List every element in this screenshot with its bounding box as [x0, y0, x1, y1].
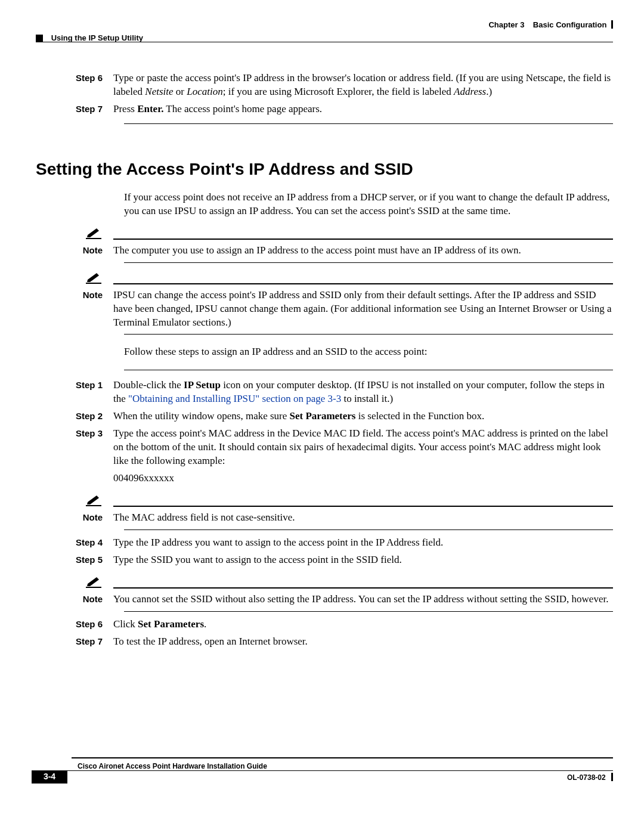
follow-text: Follow these steps to assign an IP addre… — [124, 345, 613, 359]
footer-mid-line — [67, 770, 613, 771]
step-body: Click Set Parameters. — [113, 618, 613, 631]
step-row: Step 6 Type or paste the access point's … — [36, 72, 613, 99]
note-label: Note — [36, 593, 113, 606]
cross-ref-link[interactable]: "Obtaining and Installing IPSU" section … — [128, 393, 341, 404]
mac-example: 004096xxxxxx — [113, 472, 613, 485]
step-row: Step 6 Click Set Parameters. — [36, 618, 613, 631]
note-body: The computer you use to assign an IP add… — [113, 244, 613, 258]
separator-line — [124, 123, 613, 124]
page-header: Chapter 3 Basic Configuration Using the … — [36, 20, 613, 42]
step-row: Step 7 Press Enter. The access point's h… — [36, 103, 613, 116]
footer-line — [72, 757, 613, 758]
footer-guide-title: Cisco Aironet Access Point Hardware Inst… — [78, 762, 267, 770]
header-line — [36, 42, 613, 42]
note-block: Note IPSU can change the access point's … — [36, 271, 613, 335]
note-block: Note The computer you use to assign an I… — [36, 227, 613, 263]
pencil-icon — [86, 227, 101, 239]
step-label: Step 4 — [36, 536, 113, 550]
chapter-title: Basic Configuration — [533, 20, 607, 29]
step-body: Type the SSID you want to assign to the … — [113, 553, 613, 567]
step-label: Step 5 — [36, 553, 113, 567]
header-right: Chapter 3 Basic Configuration — [488, 20, 613, 29]
intro-text: If your access point does not receive an… — [124, 191, 613, 218]
step-row: Step 7 To test the IP address, open an I… — [36, 635, 613, 649]
step-body: Press Enter. The access point's home pag… — [113, 103, 613, 116]
note-label: Note — [36, 511, 113, 525]
footer-docnum: OL-0738-02 — [567, 773, 613, 782]
pencil-icon — [86, 575, 101, 588]
step-label: Step 2 — [36, 410, 113, 423]
separator-line — [124, 370, 613, 370]
note-block: Note The MAC address field is not case-s… — [36, 494, 613, 530]
step-body: Type the IP address you want to assign t… — [113, 536, 613, 550]
step-row: Step 3 Type the access point's MAC addre… — [36, 427, 613, 485]
chapter-label: Chapter 3 — [488, 20, 524, 29]
header-box-icon — [36, 35, 43, 42]
note-body: IPSU can change the access point's IP ad… — [113, 289, 613, 330]
content: Step 6 Type or paste the access point's … — [36, 72, 613, 652]
page: Chapter 3 Basic Configuration Using the … — [0, 0, 644, 833]
page-number-tab: 3-4 — [32, 770, 67, 784]
step-row: Step 1 Double-click the IP Setup icon on… — [36, 379, 613, 406]
header-marker-icon — [611, 20, 613, 29]
step-body: Double-click the IP Setup icon on your c… — [113, 379, 613, 406]
step-label: Step 6 — [36, 72, 113, 99]
page-number: 3-4 — [32, 772, 67, 781]
step-label: Step 1 — [36, 379, 113, 406]
step-body: To test the IP address, open an Internet… — [113, 635, 613, 649]
section-heading: Setting the Access Point's IP Address an… — [36, 160, 613, 179]
step-label: Step 7 — [36, 103, 113, 116]
note-label: Note — [36, 289, 113, 330]
step-label: Step 3 — [36, 427, 113, 485]
note-body: You cannot set the SSID without also set… — [113, 593, 613, 606]
step-row: Step 2 When the utility window opens, ma… — [36, 410, 613, 423]
note-body: The MAC address field is not case-sensit… — [113, 511, 613, 525]
header-left: Using the IP Setup Utility — [36, 33, 143, 42]
step-label: Step 7 — [36, 635, 113, 649]
pencil-icon — [86, 271, 101, 284]
footer-marker-icon — [611, 773, 613, 781]
step-body: Type or paste the access point's IP addr… — [113, 72, 613, 99]
pencil-icon — [86, 494, 101, 506]
step-body: Type the access point's MAC address in t… — [113, 427, 613, 485]
step-body: When the utility window opens, make sure… — [113, 410, 613, 423]
note-block: Note You cannot set the SSID without als… — [36, 575, 613, 612]
step-row: Step 5 Type the SSID you want to assign … — [36, 553, 613, 567]
note-label: Note — [36, 244, 113, 258]
step-row: Step 4 Type the IP address you want to a… — [36, 536, 613, 550]
section-title: Using the IP Setup Utility — [51, 33, 143, 42]
step-label: Step 6 — [36, 618, 113, 631]
